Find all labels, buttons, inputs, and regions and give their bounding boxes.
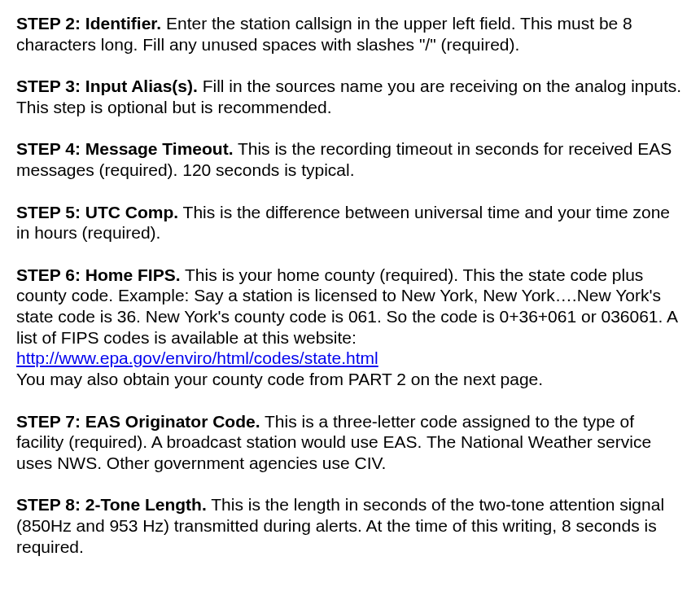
step-4-label: STEP 4: Message Timeout. <box>16 139 233 158</box>
step-2: STEP 2: Identifier. Enter the station ca… <box>16 13 684 55</box>
step-7: STEP 7: EAS Originator Code. This is a t… <box>16 411 684 474</box>
step-5: STEP 5: UTC Comp. This is the difference… <box>16 202 684 243</box>
step-3: STEP 3: Input Alias(s). Fill in the sour… <box>16 76 684 117</box>
step-8: STEP 8: 2-Tone Length. This is the lengt… <box>16 494 684 557</box>
step-5-label: STEP 5: UTC Comp. <box>16 203 178 221</box>
step-3-label: STEP 3: Input Alias(s). <box>16 77 198 95</box>
fips-link[interactable]: http://www.epa.gov/enviro/html/codes/sta… <box>16 348 378 367</box>
step-6-label: STEP 6: Home FIPS. <box>16 265 181 284</box>
step-4: STEP 4: Message Timeout. This is the rec… <box>16 138 684 180</box>
step-6-text-after: You may also obtain your county code fro… <box>16 370 543 388</box>
step-6: STEP 6: Home FIPS. This is your home cou… <box>16 265 684 390</box>
step-7-label: STEP 7: EAS Originator Code. <box>16 412 260 431</box>
step-2-label: STEP 2: Identifier. <box>16 14 161 33</box>
step-8-label: STEP 8: 2-Tone Length. <box>16 495 207 514</box>
